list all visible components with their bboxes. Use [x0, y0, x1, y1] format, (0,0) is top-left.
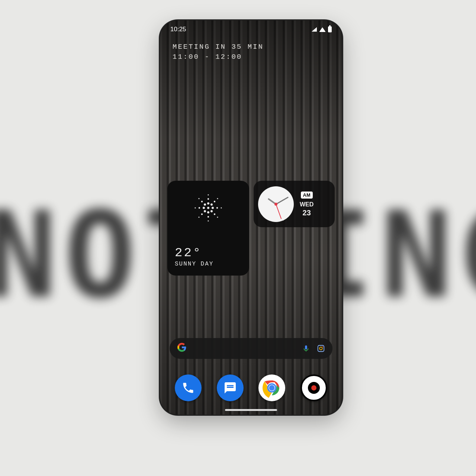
- calendar-event-time: 11:00 - 12:00: [173, 52, 329, 62]
- svg-point-10: [208, 216, 209, 218]
- svg-point-7: [204, 210, 206, 212]
- svg-point-22: [217, 198, 218, 199]
- gesture-nav-handle[interactable]: [225, 409, 277, 411]
- mic-icon[interactable]: [302, 344, 310, 353]
- chrome-app-icon[interactable]: [258, 374, 285, 401]
- svg-point-20: [221, 208, 222, 209]
- svg-point-14: [214, 201, 215, 202]
- svg-point-2: [212, 207, 214, 209]
- svg-point-24: [217, 217, 218, 218]
- svg-point-4: [207, 211, 209, 213]
- svg-point-23: [198, 217, 199, 218]
- status-time: 10:25: [170, 26, 186, 33]
- phone-frame: 10:25 MEETING IN 35 MIN 11:00 - 12:00: [160, 20, 342, 415]
- status-bar: 10:25: [160, 20, 342, 33]
- dock: [160, 374, 342, 401]
- wifi-icon: [319, 27, 326, 32]
- phone-app-icon[interactable]: [175, 374, 202, 401]
- messages-app-icon[interactable]: [217, 374, 244, 401]
- signal-icon: [312, 27, 317, 32]
- svg-point-26: [319, 347, 322, 350]
- svg-point-13: [201, 201, 203, 202]
- home-screen[interactable]: 10:25 MEETING IN 35 MIN 11:00 - 12:00: [160, 20, 342, 415]
- svg-point-15: [201, 213, 203, 215]
- svg-point-12: [216, 207, 218, 209]
- clock-widget[interactable]: AM WED 23: [254, 181, 335, 227]
- svg-point-9: [208, 198, 209, 200]
- svg-point-18: [208, 221, 209, 222]
- svg-point-3: [207, 202, 209, 205]
- calendar-widget[interactable]: MEETING IN 35 MIN 11:00 - 12:00: [160, 33, 342, 62]
- svg-point-6: [210, 203, 213, 206]
- svg-rect-25: [318, 345, 324, 352]
- sun-icon: [192, 191, 225, 225]
- calendar-event-title: MEETING IN 35 MIN: [173, 42, 329, 52]
- lens-icon[interactable]: [317, 344, 325, 353]
- svg-point-16: [214, 213, 215, 215]
- svg-point-5: [204, 203, 206, 206]
- svg-point-11: [199, 207, 200, 209]
- weather-temperature: 22°: [175, 246, 242, 260]
- svg-point-17: [208, 194, 209, 196]
- clock-ampm: AM: [301, 192, 313, 199]
- svg-point-19: [194, 208, 196, 209]
- analog-clock-icon: [258, 186, 294, 222]
- google-search-bar[interactable]: [170, 338, 332, 359]
- clock-day-number: 23: [300, 208, 313, 217]
- svg-point-8: [210, 210, 213, 212]
- svg-point-32: [311, 385, 316, 390]
- weather-widget[interactable]: 22° SUNNY DAY: [167, 181, 249, 276]
- clock-day-of-week: WED: [300, 201, 313, 208]
- weather-description: SUNNY DAY: [175, 261, 242, 267]
- battery-icon: [328, 26, 332, 32]
- svg-point-0: [207, 207, 209, 209]
- svg-point-30: [269, 385, 275, 391]
- camera-app-icon[interactable]: [300, 374, 327, 401]
- svg-point-21: [198, 198, 199, 199]
- svg-point-27: [322, 346, 323, 347]
- svg-point-1: [203, 207, 205, 209]
- google-logo-icon: [177, 342, 187, 355]
